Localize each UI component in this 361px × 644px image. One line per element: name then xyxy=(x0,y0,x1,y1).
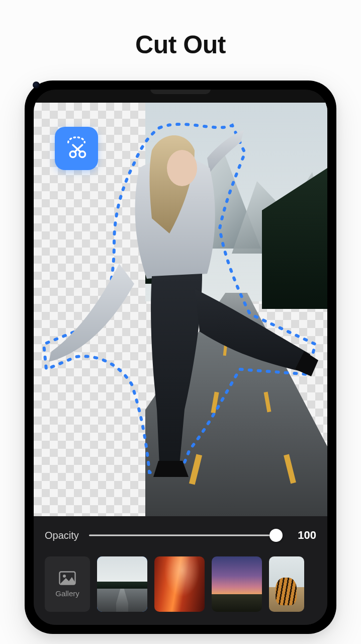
svg-point-6 xyxy=(63,575,66,578)
background-thumb-tiger-walk[interactable] xyxy=(269,556,304,612)
image-icon xyxy=(59,571,76,585)
controls-panel: Opacity 100 Gallery xyxy=(34,516,327,625)
phone-speaker xyxy=(150,90,211,94)
background-photo xyxy=(145,103,327,516)
background-thumb-mountain-road[interactable] xyxy=(97,556,147,612)
phone-camera-dot xyxy=(33,82,40,89)
cutout-tool-badge[interactable] xyxy=(55,127,98,170)
app-screen: Opacity 100 Gallery xyxy=(34,103,327,625)
gallery-label: Gallery xyxy=(55,589,79,598)
opacity-row: Opacity 100 xyxy=(45,521,316,549)
scissors-lasso-icon xyxy=(62,134,91,163)
opacity-label: Opacity xyxy=(45,530,79,541)
gallery-button[interactable]: Gallery xyxy=(45,556,90,612)
background-thumbnails: Gallery xyxy=(45,556,316,612)
opacity-value: 100 xyxy=(292,529,316,542)
opacity-slider-thumb[interactable] xyxy=(269,529,283,542)
background-thumb-sunset-field[interactable] xyxy=(212,556,262,612)
opacity-slider-track xyxy=(89,535,282,536)
page-title: Cut Out xyxy=(135,30,226,59)
phone-frame: Opacity 100 Gallery xyxy=(25,80,336,634)
opacity-slider[interactable] xyxy=(89,528,282,542)
phone-screen-wrapper: Opacity 100 Gallery xyxy=(34,90,327,625)
background-thumb-canyon-red[interactable] xyxy=(154,556,205,612)
editor-canvas[interactable] xyxy=(34,103,327,516)
